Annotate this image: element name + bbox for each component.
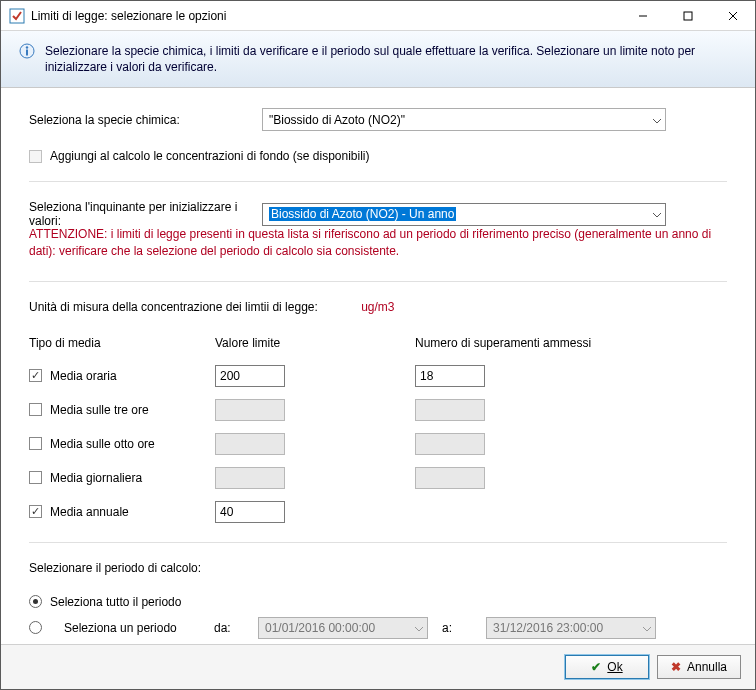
close-button[interactable] <box>710 1 755 30</box>
media-checkbox[interactable] <box>29 437 42 450</box>
radio-all-period[interactable] <box>29 595 42 608</box>
separator <box>29 281 727 282</box>
radio-range-period[interactable] <box>29 621 42 634</box>
col-header-valore: Valore limite <box>215 336 415 350</box>
numero-input[interactable] <box>415 365 485 387</box>
units-label: Unità di misura della concentrazione dei… <box>29 300 318 314</box>
numero-input[interactable] <box>415 399 485 421</box>
pollutant-select[interactable]: Biossido di Azoto (NO2) - Un anno <box>262 203 666 226</box>
app-icon <box>9 8 25 24</box>
info-icon <box>19 43 35 59</box>
window-title: Limiti di legge: selezionare le opzioni <box>31 9 620 23</box>
to-label: a: <box>442 621 472 635</box>
media-checkbox[interactable] <box>29 471 42 484</box>
from-label: da: <box>214 621 244 635</box>
valore-input[interactable] <box>215 501 285 523</box>
species-label: Seleziona la specie chimica: <box>29 113 262 127</box>
radio-all-period-label: Seleziona tutto il periodo <box>50 595 181 609</box>
pollutant-select-value: Biossido di Azoto (NO2) - Un anno <box>269 207 456 221</box>
media-checkbox[interactable] <box>29 505 42 518</box>
chevron-down-icon <box>653 207 661 221</box>
date-from-select[interactable]: 01/01/2016 00:00:00 <box>258 617 428 639</box>
media-checkbox[interactable] <box>29 369 42 382</box>
ok-button-label: Ok <box>607 660 622 674</box>
col-header-numero: Numero di superamenti ammessi <box>415 336 615 350</box>
media-row: Media sulle otto ore <box>29 432 727 456</box>
numero-input[interactable] <box>415 433 485 455</box>
chevron-down-icon <box>643 621 651 635</box>
content-area: Seleziona la specie chimica: "Biossido d… <box>1 88 755 644</box>
media-row: Media annuale <box>29 500 727 524</box>
valore-input[interactable] <box>215 433 285 455</box>
chevron-down-icon <box>415 621 423 635</box>
numero-input[interactable] <box>415 467 485 489</box>
minimize-button[interactable] <box>620 1 665 30</box>
info-banner: Selezionare la specie chimica, i limiti … <box>1 31 755 88</box>
media-row: Media oraria <box>29 364 727 388</box>
warning-text: ATTENZIONE: i limiti di legge presenti i… <box>29 226 727 258</box>
date-to-value: 31/12/2016 23:00:00 <box>493 621 603 635</box>
close-icon: ✖ <box>671 660 681 674</box>
period-label: Selezionare il periodo di calcolo: <box>29 561 727 575</box>
titlebar: Limiti di legge: selezionare le opzioni <box>1 1 755 31</box>
separator <box>29 542 727 543</box>
svg-point-6 <box>26 46 28 48</box>
col-header-tipo: Tipo di media <box>29 336 215 350</box>
media-checkbox[interactable] <box>29 403 42 416</box>
svg-rect-2 <box>684 12 692 20</box>
media-row: Media giornaliera <box>29 466 727 490</box>
background-checkbox[interactable] <box>29 150 42 163</box>
cancel-button[interactable]: ✖ Annulla <box>657 655 741 679</box>
separator <box>29 181 727 182</box>
species-select-value: "Biossido di Azoto (NO2)" <box>269 113 405 127</box>
chevron-down-icon <box>653 113 661 127</box>
background-checkbox-label: Aggiungi al calcolo le concentrazioni di… <box>50 149 370 163</box>
media-row-label: Media sulle otto ore <box>50 437 155 451</box>
check-icon: ✔ <box>591 660 601 674</box>
media-row-label: Media annuale <box>50 505 129 519</box>
valore-input[interactable] <box>215 399 285 421</box>
dialog-window: Limiti di legge: selezionare le opzioni … <box>0 0 756 690</box>
valore-input[interactable] <box>215 467 285 489</box>
media-table: Tipo di media Valore limite Numero di su… <box>29 336 727 524</box>
info-text: Selezionare la specie chimica, i limiti … <box>45 43 737 75</box>
pollutant-label: Seleziona l'inquinante per inizializzare… <box>29 200 262 228</box>
svg-rect-7 <box>26 50 28 56</box>
cancel-button-label: Annulla <box>687 660 727 674</box>
footer: ✔ Ok ✖ Annulla <box>1 644 755 689</box>
maximize-button[interactable] <box>665 1 710 30</box>
media-row-label: Media giornaliera <box>50 471 142 485</box>
media-row-label: Media oraria <box>50 369 117 383</box>
media-row: Media sulle tre ore <box>29 398 727 422</box>
ok-button[interactable]: ✔ Ok <box>565 655 649 679</box>
media-row-label: Media sulle tre ore <box>50 403 149 417</box>
valore-input[interactable] <box>215 365 285 387</box>
radio-range-period-label: Seleziona un periodo <box>64 621 200 635</box>
species-select[interactable]: "Biossido di Azoto (NO2)" <box>262 108 666 131</box>
units-value: ug/m3 <box>361 300 394 314</box>
date-to-select[interactable]: 31/12/2016 23:00:00 <box>486 617 656 639</box>
date-from-value: 01/01/2016 00:00:00 <box>265 621 375 635</box>
